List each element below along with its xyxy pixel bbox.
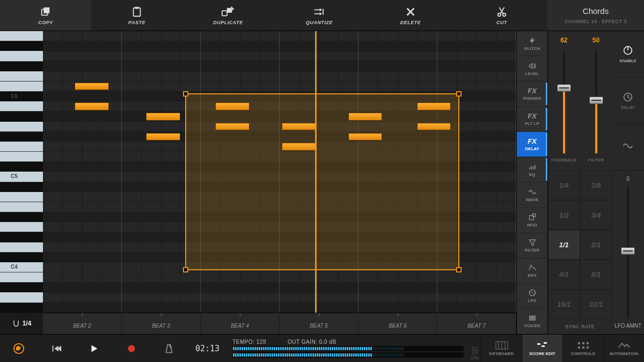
svg-rect-8	[529, 216, 533, 220]
cut-button[interactable]: CUT	[456, 0, 547, 31]
sync-2-1[interactable]: 2/1	[580, 230, 612, 260]
fx-delay[interactable]: FXDELAY	[517, 132, 547, 157]
mode-controls[interactable]: CONTROLS	[562, 335, 603, 362]
record-button[interactable]	[113, 335, 150, 362]
svg-rect-3	[135, 6, 138, 9]
midi-note[interactable]	[146, 133, 180, 141]
delete-button[interactable]: DELETE	[365, 0, 456, 31]
sync-1-4[interactable]: 1/4	[548, 171, 580, 200]
quantize-button[interactable]: QUANTIZE	[274, 0, 365, 31]
midi-note[interactable]	[417, 123, 451, 131]
svg-rect-29	[578, 342, 580, 344]
feedback-slider[interactable]: 62 FEEDBACK	[548, 31, 580, 171]
filter-slider[interactable]: 50 FILTER	[580, 31, 612, 171]
beat-ruler[interactable]: BEAT 2BEAT 3BEAT 4BEAT 5BEAT 6BEAT 7	[43, 313, 516, 334]
svg-rect-12	[530, 316, 531, 321]
svg-rect-13	[532, 316, 533, 321]
mode-automation[interactable]: AUTOMATION	[603, 335, 644, 362]
fx-fltlp[interactable]: FXFLT LP	[517, 107, 547, 132]
svg-rect-33	[582, 346, 584, 349]
svg-rect-2	[134, 8, 141, 16]
lfo-amount-slider[interactable]: 0 LFO AMNT	[612, 171, 644, 334]
svg-rect-30	[582, 342, 584, 344]
top-toolbar: COPY PASTE DUPLICATE QUANTIZE DELETE CUT…	[0, 0, 644, 31]
midi-note[interactable]	[75, 102, 109, 110]
midi-note[interactable]	[282, 143, 316, 151]
fx-eq[interactable]: EQ	[517, 157, 547, 182]
midi-note[interactable]	[348, 113, 383, 121]
effect-title: Chords	[583, 6, 609, 16]
midi-note[interactable]	[282, 123, 316, 131]
sync-16-1[interactable]: 16/1	[548, 290, 580, 319]
midi-note[interactable]	[348, 133, 383, 141]
selection-box[interactable]	[185, 93, 460, 271]
fx-sidebar: GLITCH LEVEL FXPHASER FXFLT LP FXDELAY E…	[516, 31, 547, 334]
time-display: 02:13	[188, 335, 227, 362]
midi-note[interactable]	[215, 102, 250, 110]
playhead[interactable]	[315, 31, 317, 313]
fx-env[interactable]: ENV	[517, 258, 547, 284]
svg-rect-31	[587, 342, 589, 344]
sync-3-8[interactable]: 3/8	[580, 171, 612, 200]
fx-mod[interactable]: MOD	[517, 208, 547, 233]
mode-keyboard[interactable]: KEYBOARD	[481, 335, 522, 362]
svg-rect-4	[222, 11, 227, 16]
svg-rect-14	[533, 316, 534, 321]
sync-8-1[interactable]: 8/1	[580, 260, 612, 289]
svg-rect-27	[541, 345, 545, 347]
svg-rect-11	[529, 316, 530, 321]
metronome-button[interactable]	[150, 335, 188, 362]
wave-icon	[612, 124, 644, 171]
svg-rect-32	[578, 346, 580, 349]
mode-score-edit[interactable]: SCORE EDIT	[522, 335, 562, 362]
sync-32-1[interactable]: 32/1	[580, 290, 612, 319]
midi-note[interactable]	[146, 113, 180, 121]
svg-rect-34	[587, 346, 589, 349]
svg-rect-20	[53, 345, 54, 351]
fx-wave[interactable]: WAVE	[517, 182, 547, 208]
midi-note[interactable]	[215, 123, 250, 131]
fx-voices[interactable]: VOICES	[517, 309, 547, 334]
rewind-button[interactable]	[38, 335, 75, 362]
copy-button[interactable]: COPY	[0, 0, 91, 31]
fx-phaser[interactable]: FXPHASER	[517, 82, 547, 107]
midi-note[interactable]	[75, 83, 109, 91]
effect-subtitle: CHANNEL 14 · EFFECT 3	[565, 19, 627, 24]
paste-button[interactable]: PASTE	[91, 0, 182, 31]
effect-panel: 62 FEEDBACK 50 FILTER ENABLE DELAY 1/43	[547, 31, 644, 334]
sync-1-2[interactable]: 1/2	[548, 200, 580, 230]
cpu-meter: CPU	[469, 335, 481, 362]
sync-3-4[interactable]: 3/4	[580, 200, 612, 230]
sync-4-1[interactable]: 4/1	[548, 260, 580, 289]
snap-setting[interactable]: 1/4	[0, 313, 43, 334]
svg-rect-28	[544, 342, 547, 344]
piano-keys[interactable]: C6C5C4 1/4	[0, 31, 43, 334]
delay-button[interactable]: DELAY	[612, 78, 644, 124]
fx-lfo[interactable]: LFO	[517, 284, 547, 309]
svg-rect-26	[537, 343, 540, 345]
sync-rate: 1/43/81/23/41/12/14/18/116/132/1 SYNC RA…	[548, 171, 612, 334]
fx-glitch[interactable]: GLITCH	[517, 31, 547, 56]
piano-roll[interactable]: BEAT 2BEAT 3BEAT 4BEAT 5BEAT 6BEAT 7	[43, 31, 516, 334]
fx-filter[interactable]: FILTER	[517, 233, 547, 258]
midi-note[interactable]	[417, 102, 451, 110]
app-logo[interactable]	[0, 335, 38, 362]
transport-bar: 02:13 TEMPO: 128OUT GAIN: 0.0 dB CPU KEY…	[0, 334, 644, 362]
output-meter: TEMPO: 128OUT GAIN: 0.0 dB	[227, 335, 469, 362]
fx-level[interactable]: LEVEL	[517, 56, 547, 82]
svg-rect-1	[43, 7, 49, 13]
effect-header: Chords CHANNEL 14 · EFFECT 3	[547, 0, 644, 31]
enable-button[interactable]: ENABLE	[612, 31, 644, 78]
svg-rect-15	[535, 316, 536, 321]
svg-point-21	[128, 345, 135, 352]
play-button[interactable]	[75, 335, 113, 362]
sync-1-1[interactable]: 1/1	[548, 230, 580, 260]
duplicate-button[interactable]: DUPLICATE	[182, 0, 274, 31]
